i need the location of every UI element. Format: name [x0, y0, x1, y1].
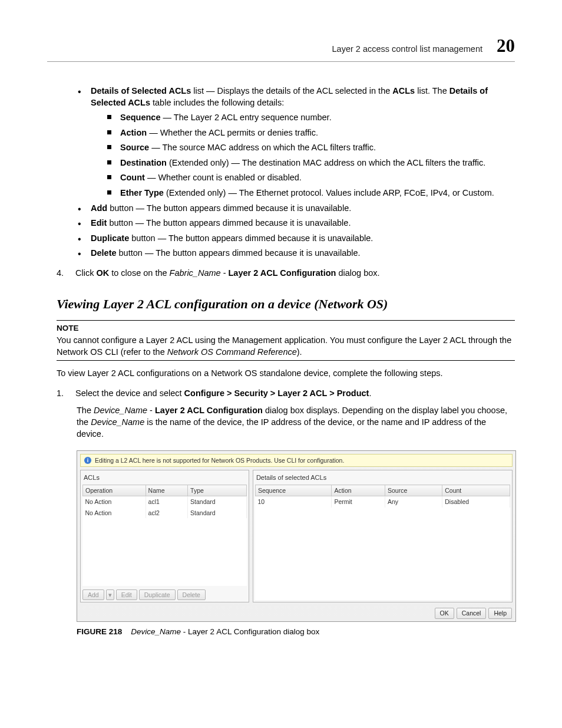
bold-text: Sequence [120, 113, 161, 122]
bullet-edit: Edit button — The button appears dimmed … [77, 218, 515, 229]
acls-pane: ACLs Operation Name Type No [80, 470, 249, 602]
cell: Any [385, 496, 442, 508]
text: - [221, 268, 229, 278]
italic-text: Network OS Command Reference [167, 347, 297, 357]
acls-pane-title: ACLs [84, 473, 246, 482]
note-label: NOTE [57, 323, 515, 334]
bullet-delete: Delete button — The button appears dimme… [77, 248, 515, 259]
chapter-number: 20 [497, 35, 515, 57]
cell: Standard [188, 508, 247, 518]
content-body: Details of Selected ACLs list — Displays… [77, 85, 515, 637]
header-section-title: Layer 2 access control list management [332, 44, 483, 54]
italic-text: Device_Name [91, 417, 144, 427]
text: dialog box. [336, 268, 379, 278]
text: list — Displays the details of the ACL s… [191, 86, 392, 95]
top-bullet-list: Details of Selected ACLs list — Displays… [77, 85, 515, 259]
col-type[interactable]: Type [188, 485, 247, 496]
delete-button: Delete [177, 589, 206, 600]
table-row[interactable]: No Action acl1 Standard [83, 496, 247, 508]
text: (Extended only) — The destination MAC ad… [167, 158, 485, 167]
text: The [77, 406, 94, 415]
acl-config-dialog: i Editing a L2 ACL here is not supported… [77, 450, 516, 621]
bold-text: Configure > Security > Layer 2 ACL > Pro… [184, 388, 369, 398]
bold-text: Count [120, 173, 145, 182]
bold-text: Duplicate [91, 233, 129, 243]
cell: No Action [83, 508, 146, 518]
bullet-add: Add button — The button appears dimmed b… [77, 203, 515, 215]
text: list. The [415, 86, 449, 95]
info-bar: i Editing a L2 ACL here is not supported… [80, 454, 513, 467]
bold-text: Action [120, 128, 147, 137]
text: (Extended only) — The Ethernet protocol.… [164, 188, 494, 197]
dialog-panes: ACLs Operation Name Type No [77, 470, 515, 605]
bold-text: Edit [91, 218, 107, 228]
add-button: Add [82, 589, 104, 600]
col-source[interactable]: Source [385, 485, 442, 496]
bold-text: Delete [91, 248, 117, 258]
italic-text: Device_Name [94, 406, 147, 415]
details-pane-title: Details of selected ACLs [256, 473, 509, 482]
step-1: 1. Select the device and select Configur… [57, 388, 515, 400]
bold-text: Details of Selected ACLs [91, 86, 191, 95]
step-body: Click OK to close on the Fabric_Name - L… [75, 268, 515, 279]
step-1-sub: The Device_Name - Layer 2 ACL Configurat… [77, 405, 515, 440]
note-block: NOTE You cannot configure a Layer 2 ACL … [57, 320, 515, 361]
page: Layer 2 access control list management 2… [0, 0, 562, 689]
help-button[interactable]: Help [488, 608, 512, 618]
text: — Whether the ACL permits or denies traf… [147, 128, 318, 137]
col-name[interactable]: Name [146, 485, 188, 496]
text: button — The button appears dimmed becau… [117, 248, 361, 258]
header-rule [47, 61, 515, 62]
text: Click [75, 268, 96, 278]
text: — Whether count is enabled or disabled. [145, 173, 302, 182]
note-body: You cannot configure a Layer 2 ACL using… [57, 335, 515, 358]
figure-rest: - Layer 2 ACL Configuration dialog box [181, 627, 319, 636]
sub-bullet-source: Source — The source MAC address on which… [106, 142, 515, 154]
cell: 10 [255, 496, 332, 508]
bold-text: ACLs [392, 86, 415, 95]
col-action[interactable]: Action [332, 485, 385, 496]
note-top-rule [57, 320, 515, 321]
text: Select the device and select [75, 388, 184, 398]
text: . [369, 388, 371, 398]
step-number: 4. [57, 268, 70, 279]
ok-button[interactable]: OK [435, 608, 454, 618]
step-4: 4. Click OK to close on the Fabric_Name … [57, 268, 515, 279]
acls-button-row: Add ▾ Edit Duplicate Delete [82, 589, 247, 600]
col-operation[interactable]: Operation [83, 485, 146, 496]
text: — The source MAC address on which the AC… [149, 143, 376, 152]
col-count[interactable]: Count [442, 485, 510, 496]
sub-bullet-ethertype: Ether Type (Extended only) — The Etherne… [106, 187, 515, 199]
note-bottom-rule [57, 360, 515, 361]
bullet-duplicate: Duplicate button — The button appears di… [77, 233, 515, 245]
cancel-button[interactable]: Cancel [457, 608, 487, 618]
figure-device-name: Device_Name [131, 627, 181, 636]
cell: acl2 [146, 508, 188, 518]
figure-caption: FIGURE 218 Device_Name - Layer 2 ACL Con… [77, 627, 515, 637]
cell: Disabled [442, 496, 510, 508]
text: button — The button appears dimmed becau… [107, 203, 351, 213]
sub-bullet-count: Count — Whether count is enabled or disa… [106, 172, 515, 184]
bold-text: Ether Type [120, 188, 164, 197]
table-row[interactable]: No Action acl2 Standard [83, 508, 247, 518]
bold-text: Layer 2 ACL Configuration [155, 406, 263, 415]
duplicate-button: Duplicate [139, 589, 176, 600]
acls-grid[interactable]: Operation Name Type No Action acl1 Stand… [82, 485, 247, 586]
info-icon: i [84, 457, 91, 464]
step-number: 1. [57, 388, 70, 400]
text: button — The button appears dimmed becau… [129, 233, 373, 243]
table-row[interactable]: 10 Permit Any Disabled [255, 496, 510, 508]
bold-text: OK [96, 268, 109, 278]
details-grid[interactable]: Sequence Action Source Count 10 Permit [255, 485, 510, 600]
col-sequence[interactable]: Sequence [255, 485, 332, 496]
step-body: Select the device and select Configure >… [75, 388, 515, 400]
acls-table: Operation Name Type No Action acl1 Stand… [82, 485, 247, 518]
edit-button: Edit [116, 589, 137, 600]
cell: Permit [332, 496, 385, 508]
figure-label: FIGURE 218 [77, 627, 122, 636]
bullet-details: Details of Selected ACLs list — Displays… [77, 85, 515, 199]
info-text: Editing a L2 ACL here is not supported f… [95, 456, 344, 465]
cell: Standard [188, 496, 247, 508]
dialog-figure: i Editing a L2 ACL here is not supported… [77, 450, 515, 637]
bold-text: Source [120, 143, 149, 152]
